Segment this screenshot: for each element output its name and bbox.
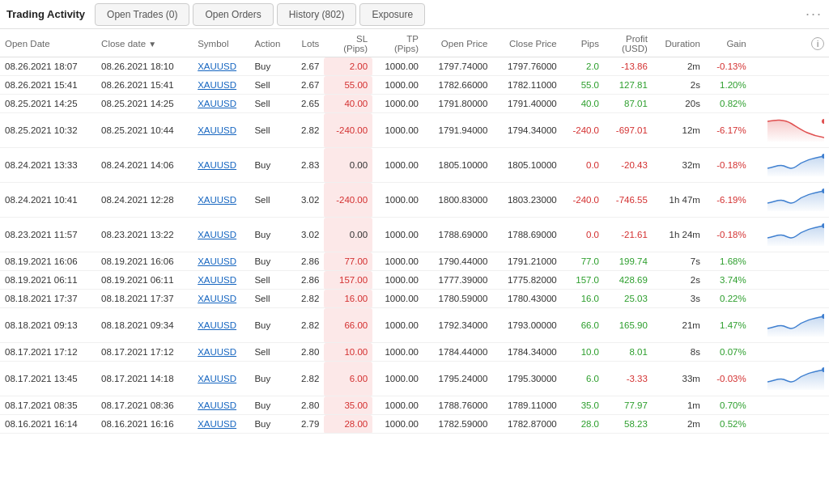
tp-pips: 1000.00 (372, 113, 423, 148)
mini-chart (767, 152, 824, 176)
open-price: 1788.76000 (423, 396, 492, 415)
symbol[interactable]: XAUUSD (193, 183, 249, 218)
symbol[interactable]: XAUUSD (193, 148, 249, 183)
table-row: 08.24.2021 10:41 08.24.2021 12:28 XAUUSD… (0, 183, 829, 218)
symbol[interactable]: XAUUSD (193, 113, 249, 148)
lots: 2.82 (291, 290, 324, 308)
lots: 2.80 (291, 396, 324, 415)
chart-cell (751, 290, 829, 308)
symbol[interactable]: XAUUSD (193, 252, 249, 271)
pips: 55.0 (562, 76, 604, 95)
action: Sell (249, 343, 291, 362)
action: Buy (249, 308, 291, 343)
pips: 40.0 (562, 95, 604, 113)
symbol[interactable]: XAUUSD (193, 290, 249, 308)
chart-cell (751, 415, 829, 434)
close-price: 1791.40000 (492, 95, 561, 113)
col-profit[interactable]: Profit(USD) (604, 29, 653, 57)
gain: -0.13% (705, 57, 751, 76)
col-gain[interactable]: Gain (705, 29, 751, 57)
duration: 21m (653, 308, 705, 343)
col-action[interactable]: Action (249, 29, 291, 57)
col-open-date[interactable]: Open Date (0, 29, 96, 57)
symbol[interactable]: XAUUSD (193, 362, 249, 396)
open-date: 08.19.2021 16:06 (0, 252, 96, 271)
lots: 2.86 (291, 252, 324, 271)
tab-open-orders[interactable]: Open Orders (193, 3, 273, 26)
table-row: 08.19.2021 16:06 08.19.2021 16:06 XAUUSD… (0, 252, 829, 271)
duration: 2s (653, 271, 705, 290)
open-date: 08.25.2021 14:25 (0, 95, 96, 113)
action: Buy (249, 218, 291, 252)
mini-chart (767, 366, 824, 390)
chart-cell (751, 148, 829, 183)
profit: -20.43 (604, 148, 653, 183)
table-row: 08.17.2021 17:12 08.17.2021 17:12 XAUUSD… (0, 343, 829, 362)
sl-pips: 0.00 (324, 218, 372, 252)
open-date: 08.16.2021 16:14 (0, 415, 96, 434)
profit: 199.74 (604, 252, 653, 271)
duration: 1h 24m (653, 218, 705, 252)
lots: 3.02 (291, 183, 324, 218)
open-date: 08.24.2021 10:41 (0, 183, 96, 218)
symbol[interactable]: XAUUSD (193, 415, 249, 434)
pips: 35.0 (562, 396, 604, 415)
col-open-price[interactable]: Open Price (423, 29, 492, 57)
profit: 165.90 (604, 308, 653, 343)
col-pips[interactable]: Pips (562, 29, 604, 57)
close-price: 1797.76000 (492, 57, 561, 76)
mini-chart (767, 222, 824, 246)
close-price: 1805.10000 (492, 148, 561, 183)
symbol[interactable]: XAUUSD (193, 308, 249, 343)
pips: 77.0 (562, 252, 604, 271)
open-date: 08.26.2021 15:41 (0, 76, 96, 95)
lots: 2.79 (291, 415, 324, 434)
close-price: 1803.23000 (492, 183, 561, 218)
lots: 2.83 (291, 148, 324, 183)
col-symbol[interactable]: Symbol (193, 29, 249, 57)
info-icon[interactable]: i (811, 37, 824, 50)
close-price: 1794.34000 (492, 113, 561, 148)
tab-exposure[interactable]: Exposure (359, 3, 425, 26)
close-date: 08.18.2021 17:37 (96, 290, 193, 308)
col-duration[interactable]: Duration (653, 29, 705, 57)
symbol[interactable]: XAUUSD (193, 396, 249, 415)
col-close-date[interactable]: Close date ▼ (96, 29, 193, 57)
col-tp[interactable]: TP(Pips) (372, 29, 423, 57)
more-menu-button[interactable]: ··· (806, 6, 823, 23)
gain: -0.18% (705, 218, 751, 252)
tab-history[interactable]: History (802) (277, 3, 357, 26)
tp-pips: 1000.00 (372, 252, 423, 271)
open-price: 1790.44000 (423, 252, 492, 271)
symbol[interactable]: XAUUSD (193, 271, 249, 290)
lots: 2.80 (291, 343, 324, 362)
symbol[interactable]: XAUUSD (193, 343, 249, 362)
col-lots[interactable]: Lots (291, 29, 324, 57)
close-price: 1789.11000 (492, 396, 561, 415)
profit: 77.97 (604, 396, 653, 415)
symbol[interactable]: XAUUSD (193, 95, 249, 113)
chart-cell (751, 362, 829, 396)
symbol[interactable]: XAUUSD (193, 57, 249, 76)
lots: 2.82 (291, 113, 324, 148)
gain: 0.82% (705, 95, 751, 113)
open-date: 08.17.2021 13:45 (0, 362, 96, 396)
tp-pips: 1000.00 (372, 290, 423, 308)
open-date: 08.23.2021 11:57 (0, 218, 96, 252)
col-sl[interactable]: SL(Pips) (324, 29, 372, 57)
gain: 1.20% (705, 76, 751, 95)
table-row: 08.26.2021 15:41 08.26.2021 15:41 XAUUSD… (0, 76, 829, 95)
action: Sell (249, 271, 291, 290)
profit: 58.23 (604, 415, 653, 434)
open-date: 08.26.2021 18:07 (0, 57, 96, 76)
profit: 8.01 (604, 343, 653, 362)
tab-open-trades[interactable]: Open Trades (0) (95, 3, 189, 26)
gain: -6.19% (705, 183, 751, 218)
duration: 1m (653, 396, 705, 415)
lots: 2.82 (291, 308, 324, 343)
symbol[interactable]: XAUUSD (193, 218, 249, 252)
action: Sell (249, 183, 291, 218)
header: Trading Activity Open Trades (0) Open Or… (0, 0, 829, 29)
symbol[interactable]: XAUUSD (193, 76, 249, 95)
col-close-price[interactable]: Close Price (492, 29, 561, 57)
